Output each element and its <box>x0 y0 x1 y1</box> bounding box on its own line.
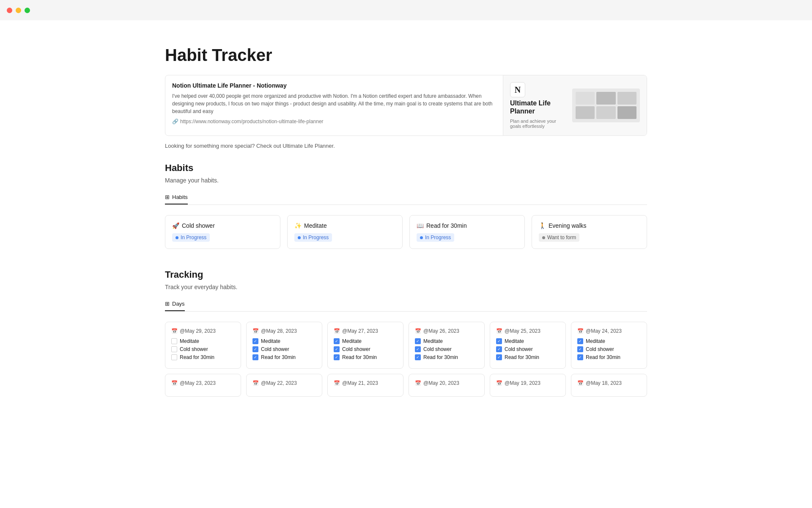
habit-card[interactable]: 🚶 Evening walks Want to form <box>532 215 647 249</box>
checkbox-checked[interactable]: ✓ <box>496 346 502 352</box>
link-icon: 🔗 <box>172 119 178 124</box>
day-card-date: 📅 @May 19, 2023 <box>496 380 560 386</box>
day-card-bottom[interactable]: 📅 @May 18, 2023 <box>571 374 647 397</box>
task-name: Read for 30min <box>423 354 458 360</box>
task-name: Cold shower <box>180 346 208 352</box>
day-card-bottom[interactable]: 📅 @May 23, 2023 <box>165 374 241 397</box>
days-grid-bottom: 📅 @May 23, 2023 📅 @May 22, 2023 📅 @May 2… <box>165 374 647 397</box>
habit-card-title: 📖 Read for 30min <box>417 222 518 229</box>
checkbox-checked[interactable]: ✓ <box>334 346 340 352</box>
checkbox-checked[interactable]: ✓ <box>252 354 258 360</box>
notion-promo-card[interactable]: Notion Ultimate Life Planner - Notionway… <box>165 75 647 136</box>
habit-name: Evening walks <box>549 222 587 229</box>
date-text: @May 20, 2023 <box>423 380 459 386</box>
day-card[interactable]: 📅 @May 26, 2023 ✓ Meditate ✓ Cold shower… <box>409 322 485 369</box>
day-card[interactable]: 📅 @May 29, 2023 Meditate Cold shower Rea… <box>165 322 241 369</box>
day-task: ✓ Read for 30min <box>334 354 397 360</box>
checkbox-checked[interactable]: ✓ <box>334 354 340 360</box>
checkbox-checked[interactable]: ✓ <box>252 338 258 344</box>
day-card[interactable]: 📅 @May 27, 2023 ✓ Meditate ✓ Cold shower… <box>327 322 403 369</box>
day-task: ✓ Cold shower <box>334 346 397 352</box>
tracking-section: Tracking Track your everyday habits. ⊞ D… <box>165 269 647 397</box>
habit-card[interactable]: ✨ Meditate In Progress <box>287 215 403 249</box>
status-label: In Progress <box>425 235 451 240</box>
date-text: @May 28, 2023 <box>261 328 297 334</box>
day-card-date: 📅 @May 18, 2023 <box>577 380 641 386</box>
checkbox-empty[interactable] <box>171 338 177 344</box>
day-card-date: 📅 @May 29, 2023 <box>171 328 235 334</box>
tab-habits[interactable]: ⊞ Habits <box>165 190 188 204</box>
day-card-bottom[interactable]: 📅 @May 21, 2023 <box>327 374 403 397</box>
day-card-date: 📅 @May 28, 2023 <box>252 328 316 334</box>
day-card-bottom[interactable]: 📅 @May 22, 2023 <box>246 374 322 397</box>
tracking-section-title: Tracking <box>165 269 647 280</box>
checkbox-checked[interactable]: ✓ <box>577 338 583 344</box>
habit-card[interactable]: 🚀 Cold shower In Progress <box>165 215 280 249</box>
titlebar <box>0 0 812 20</box>
task-name: Meditate <box>423 338 443 344</box>
day-task: Meditate <box>171 338 235 344</box>
calendar-icon: 📅 <box>415 328 421 334</box>
checkbox-checked[interactable]: ✓ <box>577 354 583 360</box>
task-name: Read for 30min <box>180 354 214 360</box>
calendar-icon: 📅 <box>334 328 340 334</box>
date-text: @May 18, 2023 <box>586 380 622 386</box>
habits-section-title: Habits <box>165 163 647 174</box>
day-task: ✓ Cold shower <box>415 346 478 352</box>
day-card[interactable]: 📅 @May 25, 2023 ✓ Meditate ✓ Cold shower… <box>490 322 566 369</box>
day-task: Read for 30min <box>171 354 235 360</box>
days-grid: 📅 @May 29, 2023 Meditate Cold shower Rea… <box>165 322 647 369</box>
day-task: ✓ Meditate <box>334 338 397 344</box>
status-dot <box>420 236 423 239</box>
date-text: @May 24, 2023 <box>586 328 622 334</box>
date-text: @May 19, 2023 <box>505 380 540 386</box>
maximize-button[interactable] <box>25 8 30 13</box>
calendar-icon: 📅 <box>171 380 178 386</box>
checkbox-checked[interactable]: ✓ <box>415 346 421 352</box>
date-text: @May 21, 2023 <box>342 380 378 386</box>
close-button[interactable] <box>7 8 12 13</box>
date-text: @May 25, 2023 <box>505 328 540 334</box>
habit-name: Read for 30min <box>426 222 467 229</box>
day-task: ✓ Cold shower <box>496 346 560 352</box>
status-badge: In Progress <box>172 233 210 242</box>
checkbox-checked[interactable]: ✓ <box>577 346 583 352</box>
status-label: In Progress <box>181 235 206 240</box>
checkbox-checked[interactable]: ✓ <box>252 346 258 352</box>
checkbox-checked[interactable]: ✓ <box>415 338 421 344</box>
task-name: Meditate <box>505 338 524 344</box>
checkbox-checked[interactable]: ✓ <box>496 354 502 360</box>
checkbox-checked[interactable]: ✓ <box>334 338 340 344</box>
calendar-icon: 📅 <box>252 328 259 334</box>
day-task: Cold shower <box>171 346 235 352</box>
day-card-bottom[interactable]: 📅 @May 19, 2023 <box>490 374 566 397</box>
day-card-date: 📅 @May 21, 2023 <box>334 380 397 386</box>
habit-card-title: 🚶 Evening walks <box>539 222 640 229</box>
notion-card-url-text: https://www.notionway.com/products/notio… <box>180 119 324 124</box>
day-card[interactable]: 📅 @May 24, 2023 ✓ Meditate ✓ Cold shower… <box>571 322 647 369</box>
task-name: Cold shower <box>505 346 533 352</box>
day-task: ✓ Meditate <box>496 338 560 344</box>
notion-card-url: 🔗 https://www.notionway.com/products/not… <box>172 119 496 124</box>
grid-icon: ⊞ <box>165 194 170 200</box>
status-label: In Progress <box>303 235 329 240</box>
day-card-bottom[interactable]: 📅 @May 20, 2023 <box>409 374 485 397</box>
checkbox-empty[interactable] <box>171 354 177 360</box>
habit-card[interactable]: 📖 Read for 30min In Progress <box>409 215 525 249</box>
minimize-button[interactable] <box>16 8 21 13</box>
grid-icon-days: ⊞ <box>165 301 170 307</box>
habit-card-title: ✨ Meditate <box>294 222 395 229</box>
day-card-date: 📅 @May 22, 2023 <box>252 380 316 386</box>
day-card-date: 📅 @May 24, 2023 <box>577 328 641 334</box>
tracking-section-subtitle: Track your everyday habits. <box>165 284 647 290</box>
habits-section: Habits Manage your habits. ⊞ Habits 🚀 Co… <box>165 163 647 249</box>
day-task: ✓ Cold shower <box>252 346 316 352</box>
tab-days[interactable]: ⊞ Days <box>165 297 185 311</box>
checkbox-checked[interactable]: ✓ <box>415 354 421 360</box>
day-card[interactable]: 📅 @May 28, 2023 ✓ Meditate ✓ Cold shower… <box>246 322 322 369</box>
task-name: Meditate <box>180 338 199 344</box>
day-task: ✓ Meditate <box>252 338 316 344</box>
checkbox-checked[interactable]: ✓ <box>496 338 502 344</box>
checkbox-empty[interactable] <box>171 346 177 352</box>
looking-for-text: Looking for something more special? Chec… <box>165 143 647 149</box>
